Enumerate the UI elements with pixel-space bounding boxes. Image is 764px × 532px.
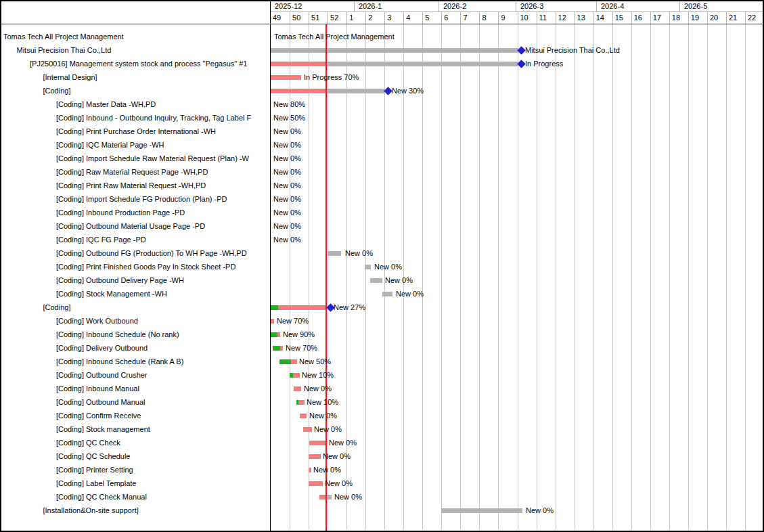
gantt-chart-view: 2025-122026-12026-22026-32026-42026-5 49… (0, 0, 764, 532)
task-row-name[interactable]: [Coding] Outbound FG (Production) To WH … (56, 248, 247, 258)
week-header-cell: 5 (422, 12, 441, 24)
task-row-name[interactable]: [Coding] Import Schedule FG Production (… (56, 194, 227, 204)
gantt-bar-segment[interactable] (280, 346, 283, 351)
task-row-name[interactable]: [Coding] Inbound Production Page -PD (56, 208, 185, 217)
task-row-name[interactable]: [Coding] Confirm Receive (56, 411, 141, 420)
task-row-name[interactable]: [Coding] IQC FG Page -PD (56, 235, 146, 244)
week-header-cell: 16 (631, 12, 650, 24)
bar-label: New 0% (396, 289, 424, 298)
gantt-bar-segment[interactable] (291, 359, 297, 364)
gantt-bar-segment[interactable] (300, 414, 307, 418)
gantt-bar-segment[interactable] (278, 305, 325, 310)
task-row-name[interactable]: [Coding] Master Data -WH,PD (56, 99, 156, 109)
week-header-cell: 18 (669, 12, 688, 24)
week-header-cell: 20 (707, 12, 726, 24)
task-row-name[interactable]: [Coding] Inbound Schedule (No rank) (56, 330, 179, 339)
bar-label: Mitsui Precision Thai Co.,Ltd (525, 45, 620, 55)
gantt-bar-segment[interactable] (326, 495, 332, 500)
gantt-bar-segment[interactable] (298, 400, 305, 405)
task-row-name[interactable]: [Coding] Label Template (56, 479, 136, 488)
task-row-name[interactable]: [Coding] Raw Material Request Page -WH,P… (56, 167, 208, 177)
task-row-name[interactable]: [Coding] Outbound Manual (56, 397, 145, 407)
gantt-bar-segment[interactable] (271, 89, 325, 93)
gantt-bar-segment[interactable] (325, 89, 384, 93)
week-gridline (365, 24, 366, 529)
gantt-bar-segment[interactable] (309, 441, 326, 445)
bar-label: Tomas Tech All Project Management (274, 32, 395, 41)
month-header-cell: 2025-12 (271, 0, 354, 12)
task-row-name[interactable]: [Installation&On-site support] (43, 506, 139, 515)
task-row-name[interactable]: [Coding] Inbound Manual (56, 384, 139, 393)
task-row-name[interactable]: [Coding] (43, 86, 71, 95)
task-row-name[interactable]: [Coding] (43, 303, 71, 312)
bar-label: New 0% (273, 167, 301, 177)
bar-label: New 0% (273, 235, 301, 244)
week-header-cell: 52 (328, 12, 346, 24)
gantt-bar-segment[interactable] (271, 319, 274, 324)
week-gridline (745, 24, 746, 529)
bar-label: New 10% (302, 370, 334, 380)
bar-label: New 10% (307, 397, 338, 407)
task-row-name[interactable]: [Coding] QC Check Manual (56, 492, 147, 502)
week-header-cell: 8 (479, 12, 498, 24)
bar-label: New 0% (273, 140, 301, 150)
task-row-name[interactable]: [PJ250016] Management system stock and p… (30, 59, 248, 68)
gantt-bar-segment[interactable] (293, 373, 300, 378)
task-row-name[interactable]: [Coding] QC Schedule (56, 451, 130, 461)
task-row-name[interactable]: [Coding] Outbound Crusher (56, 370, 148, 380)
month-header-cell: 2026-3 (516, 0, 596, 12)
bar-label: New 0% (273, 194, 301, 204)
week-header-cell: 12 (556, 12, 575, 24)
gantt-bar-segment[interactable] (279, 359, 291, 364)
task-row-name[interactable]: [Coding] IQC Material Page -WH (56, 140, 164, 150)
month-header-cell: 2026-2 (439, 0, 516, 12)
gantt-bar-segment[interactable] (328, 251, 341, 256)
task-name-column: Tomas Tech All Project ManagementMitsui … (0, 0, 270, 532)
bar-label: New 0% (323, 451, 351, 461)
task-row-name[interactable]: [Coding] Import Schedule Raw Material Re… (56, 154, 249, 163)
task-row-name[interactable]: [Coding] Print Raw Material Request -WH,… (56, 181, 206, 190)
task-row-name[interactable]: [Coding] Stock management (56, 424, 150, 434)
gantt-bar-segment[interactable] (271, 305, 278, 310)
gantt-bar-segment[interactable] (382, 292, 392, 296)
bar-label: New 0% (273, 181, 301, 190)
week-header-cell: 17 (650, 12, 669, 24)
gantt-bar-segment[interactable] (277, 332, 280, 337)
gantt-bar-segment[interactable] (370, 278, 382, 283)
gantt-bar-segment[interactable] (273, 346, 280, 351)
task-row-name[interactable]: [Coding] Delivery Outbound (56, 343, 148, 353)
gantt-bar-segment[interactable] (365, 265, 371, 269)
task-row-name[interactable]: [Internal Design] (43, 72, 97, 82)
week-gridline (575, 24, 575, 529)
week-gridline (537, 24, 537, 529)
gantt-bar-segment[interactable] (309, 454, 321, 459)
gantt-bar-segment[interactable] (303, 427, 312, 432)
gantt-bar-segment[interactable] (271, 75, 301, 80)
week-header-cell: 49 (271, 12, 290, 24)
task-row-name[interactable]: [Coding] Outbound Delivery Page -WH (56, 275, 184, 285)
task-row-name[interactable]: [Coding] QC Check (56, 438, 120, 447)
task-row-name[interactable]: [Coding] Print Finished Goods Pay In Sto… (56, 262, 235, 271)
task-row-name[interactable]: [Coding] Printer Setting (56, 465, 133, 474)
gantt-bar-segment[interactable] (309, 481, 323, 486)
week-header-cell: 14 (593, 12, 612, 24)
gantt-bar-segment[interactable] (294, 386, 301, 391)
task-row-name[interactable]: Mitsui Precision Thai Co.,Ltd (17, 45, 112, 55)
bar-label: New 50% (273, 113, 305, 123)
gantt-bar-segment[interactable] (271, 48, 518, 53)
gantt-bar-segment[interactable] (309, 468, 311, 472)
task-row-name[interactable]: [Coding] Work Outbound (56, 316, 138, 326)
bar-label: New 0% (309, 411, 337, 420)
task-row-name[interactable]: [Coding] Print Purchase Order Internatio… (56, 127, 216, 136)
task-row-name[interactable]: [Coding] Outbound Material Usage Page -P… (56, 221, 205, 231)
gantt-bar-segment[interactable] (271, 332, 277, 337)
task-row-name[interactable]: [Coding] Inbound - Outbound Inquiry, Tra… (56, 113, 251, 123)
gantt-bar-segment[interactable] (441, 508, 522, 513)
task-row-name[interactable]: [Coding] Stock Management -WH (56, 289, 167, 298)
bar-label: New 0% (385, 275, 413, 285)
task-row-name[interactable]: [Coding] Inbound Schedule (Rank A B) (56, 357, 183, 366)
gantt-bar-segment[interactable] (271, 62, 325, 66)
task-row-name[interactable]: Tomas Tech All Project Management (3, 32, 124, 41)
month-header-cell: 2026-5 (679, 0, 764, 12)
week-header-cell: 2 (365, 12, 384, 24)
